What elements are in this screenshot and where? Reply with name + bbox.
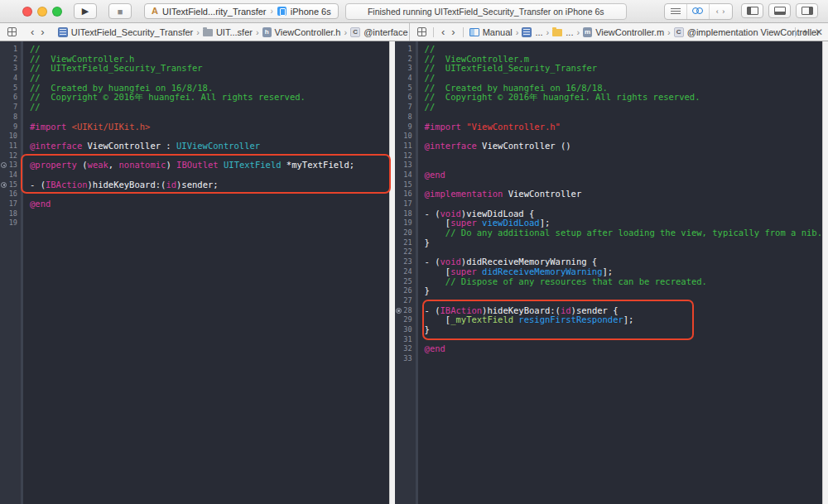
run-button[interactable]: ▶ (74, 3, 97, 19)
line-number[interactable]: 6 (0, 93, 21, 103)
breadcrumb-item[interactable]: C@interface ViewController (350, 27, 410, 37)
code-line[interactable] (425, 354, 822, 364)
breadcrumb-item[interactable]: hViewController.h (262, 27, 341, 37)
related-items-button[interactable] (417, 27, 426, 36)
inspectors-toggle-button[interactable] (796, 3, 818, 18)
code-line[interactable]: - (IBAction)hideKeyBoard:(id)sender; (30, 180, 389, 190)
line-number[interactable]: 23 (395, 257, 416, 267)
breadcrumb-item[interactable]: mViewController.m (583, 27, 664, 37)
code-line[interactable]: } (425, 286, 822, 296)
line-number[interactable]: 1 (0, 45, 21, 55)
code-line[interactable]: @interface ViewController () (425, 142, 822, 151)
line-number[interactable]: 10 (0, 132, 21, 142)
line-number[interactable]: 7 (395, 103, 416, 113)
code-line[interactable]: // (425, 103, 822, 113)
line-number[interactable]: 3 (395, 64, 416, 74)
code-line[interactable]: #import "ViewController.h" (425, 122, 822, 132)
code-line[interactable]: #import <UIKit/UIKit.h> (30, 122, 389, 132)
line-number[interactable]: 9 (0, 122, 21, 132)
line-number[interactable]: 20 (395, 228, 416, 238)
line-number[interactable]: 2 (0, 55, 21, 65)
line-number[interactable]: 2 (395, 55, 416, 65)
scheme-device-label[interactable]: iPhone 6s (291, 7, 331, 17)
code-area[interactable]: //// ViewController.h// UITextField_Secu… (23, 41, 389, 504)
scrollbar-track[interactable] (389, 41, 395, 504)
line-number-gutter[interactable]: 1234567891011121314151617181920212223242… (395, 41, 418, 504)
code-line[interactable] (425, 161, 822, 170)
code-line[interactable]: // UITextField_Security_Transfer (30, 64, 389, 74)
line-number[interactable]: 12 (395, 151, 416, 161)
line-number[interactable]: 28 (395, 306, 416, 316)
line-number[interactable]: 33 (395, 354, 416, 364)
line-number[interactable]: 11 (395, 142, 416, 151)
line-number[interactable]: 26 (395, 286, 416, 296)
code-line[interactable]: } (425, 238, 822, 248)
code-line[interactable] (425, 335, 822, 345)
line-number[interactable]: 10 (395, 132, 416, 142)
line-number[interactable]: 22 (395, 247, 416, 257)
close-assistant-editor-button[interactable]: ✕ (815, 26, 823, 38)
code-line[interactable]: @end (30, 199, 389, 209)
code-line[interactable] (30, 218, 389, 228)
connection-indicator-icon[interactable] (396, 308, 402, 314)
line-number[interactable]: 9 (395, 122, 416, 132)
line-number[interactable]: 15 (0, 180, 21, 190)
breadcrumb-item[interactable]: UIT...sfer (203, 27, 253, 37)
line-number[interactable]: 1 (395, 45, 416, 55)
line-number[interactable]: 19 (395, 218, 416, 228)
breadcrumb-item[interactable]: ... (552, 27, 573, 37)
line-number[interactable]: 5 (0, 84, 21, 94)
line-number[interactable]: 32 (395, 344, 416, 354)
code-line[interactable]: // UITextField_Security_Transfer (425, 64, 822, 74)
line-number[interactable]: 17 (395, 199, 416, 209)
line-number[interactable]: 13 (395, 161, 416, 170)
line-number-gutter[interactable]: 12345678910111213141516171819 (0, 41, 23, 504)
line-number[interactable]: 12 (0, 151, 21, 161)
code-line[interactable]: @implementation ViewController (425, 190, 822, 199)
scheme-selector[interactable]: A UITextField...rity_Transfer › iPhone 6… (144, 3, 339, 19)
line-number[interactable]: 25 (395, 277, 416, 287)
line-number[interactable]: 3 (0, 64, 21, 74)
line-number[interactable]: 5 (395, 84, 416, 94)
line-number[interactable]: 31 (395, 335, 416, 345)
code-line[interactable]: // Copyright © 2016年 huangfei. All right… (425, 93, 822, 103)
line-number[interactable]: 16 (395, 190, 416, 199)
line-number[interactable]: 14 (0, 170, 21, 180)
version-editor-button[interactable]: ‹ › (710, 4, 732, 19)
line-number[interactable]: 8 (395, 113, 416, 122)
code-line[interactable]: [_myTextField resignFirstResponder]; (425, 315, 822, 325)
line-number[interactable]: 13 (0, 161, 21, 170)
line-number[interactable]: 7 (0, 103, 21, 113)
add-assistant-editor-button[interactable]: + (802, 26, 808, 38)
line-number[interactable]: 8 (0, 113, 21, 122)
line-number[interactable]: 17 (0, 199, 21, 209)
line-number[interactable]: 19 (0, 218, 21, 228)
back-button[interactable]: ‹ (31, 28, 34, 36)
line-number[interactable]: 30 (395, 325, 416, 335)
connection-indicator-icon[interactable] (1, 182, 7, 188)
zoom-window-button[interactable] (52, 7, 62, 17)
related-items-button[interactable] (7, 27, 17, 36)
breadcrumb-item[interactable]: UITextField_Security_Transfer (58, 27, 194, 37)
stop-button[interactable]: ■ (108, 3, 132, 19)
code-line[interactable] (425, 151, 822, 161)
debug-area-toggle-button[interactable] (768, 3, 791, 18)
assistant-editor-button[interactable] (687, 4, 710, 19)
code-line[interactable]: // Copyright © 2016年 huangfei. All right… (30, 93, 389, 103)
line-number[interactable]: 16 (0, 190, 21, 199)
line-number[interactable]: 18 (0, 209, 21, 219)
minimize-window-button[interactable] (37, 7, 47, 17)
line-number[interactable]: 15 (395, 180, 416, 190)
code-line[interactable] (30, 209, 389, 219)
breadcrumb-item[interactable]: ... (522, 27, 542, 37)
code-line[interactable]: // (30, 103, 389, 113)
line-number[interactable]: 29 (395, 315, 416, 325)
code-line[interactable]: @interface ViewController : UIViewContro… (30, 142, 389, 151)
line-number[interactable]: 4 (0, 74, 21, 84)
code-line[interactable] (30, 190, 389, 199)
line-number[interactable]: 21 (395, 238, 416, 248)
line-number[interactable]: 11 (0, 142, 21, 151)
line-number[interactable]: 24 (395, 267, 416, 277)
code-line[interactable]: @property (weak, nonatomic) IBOutlet UIT… (30, 161, 389, 170)
close-window-button[interactable] (22, 7, 32, 17)
